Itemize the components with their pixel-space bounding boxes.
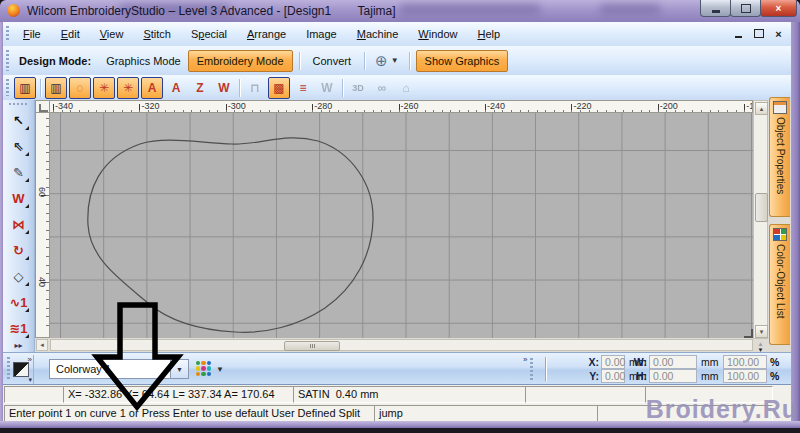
scroll-left-button[interactable]: ◂ (36, 339, 48, 351)
toolbar-overflow-icon[interactable]: ▾ (28, 376, 32, 384)
colorway-palette-button[interactable] (195, 360, 212, 377)
palette-color-dot (201, 366, 205, 370)
status-prompt: Enter point 1 on curve 1 or Press Enter … (4, 405, 380, 422)
menu-image[interactable]: Image (296, 25, 347, 43)
menu-view[interactable]: View (90, 25, 134, 43)
menu-help[interactable]: Help (467, 25, 510, 43)
chevron-right-icon[interactable]: » (28, 355, 32, 364)
colorway-select[interactable]: Colorway 1 ▼ (49, 359, 189, 379)
vertical-scroll-thumb[interactable] (755, 193, 768, 222)
zigzag-stitch-icon[interactable]: Z (189, 77, 211, 99)
maximize-button[interactable] (730, 0, 761, 17)
hoop-globe-button[interactable]: ⊕ ▼ (371, 50, 403, 72)
minimize-icon (712, 10, 720, 13)
wave-stitch-icon[interactable]: W (213, 77, 235, 99)
horizontal-scrollbar[interactable] (50, 339, 753, 351)
chevron-down-icon[interactable]: ▼ (216, 365, 224, 374)
pattern-fill-icon[interactable]: ▩ (268, 77, 290, 99)
toolbar-grip[interactable] (9, 103, 28, 105)
ruler-label: -300 (228, 101, 246, 111)
w-input[interactable]: 0.00 (649, 355, 697, 369)
window-title: Wilcom EmbroideryStudio – Level 3 Advanc… (27, 4, 396, 18)
w-unit: mm (697, 356, 723, 368)
tab-color-object-list[interactable]: Color-Object List (769, 224, 790, 345)
scroll-down-button[interactable]: ▾ (755, 325, 768, 338)
menu-window[interactable]: Window (408, 25, 467, 43)
menu-machine[interactable]: Machine (347, 25, 409, 43)
mdi-restore-button[interactable] (750, 26, 767, 41)
y-input[interactable]: 0.00 (601, 369, 625, 383)
closed-object-tool[interactable]: ⋈ (7, 211, 31, 237)
toolbar-grip[interactable] (530, 358, 533, 382)
mdi-close-button[interactable]: × (770, 26, 787, 41)
scale-w-input[interactable]: 100.00 (723, 355, 767, 369)
status-coordinates: X= -332.86 Y= 64.64 L= 337.34 A= 170.64 (63, 386, 299, 403)
graphics-mode-button[interactable]: Graphics Mode (99, 51, 188, 71)
ruler-origin-box[interactable] (35, 100, 50, 113)
input-a-icon[interactable]: ▥ (45, 77, 67, 99)
fan-stitch-2-icon[interactable]: ✳ (117, 77, 139, 99)
fan-stitch-icon[interactable]: ✳ (93, 77, 115, 99)
vertical-ruler: 6040 (35, 113, 50, 338)
design-mode-toolbar: Design Mode: Graphics Mode Embroidery Mo… (3, 46, 791, 76)
outline-a-icon[interactable]: A (165, 77, 187, 99)
menu-file[interactable]: File (13, 25, 51, 43)
colorway-value: Colorway 1 (56, 363, 111, 375)
minimize-button[interactable] (700, 0, 731, 17)
ruler-label: 60 (37, 187, 47, 197)
menu-special[interactable]: Special (181, 25, 237, 43)
vertical-scrollbar[interactable]: ▴ ▾ (753, 100, 768, 339)
tab-object-properties[interactable]: Object Properties (769, 97, 790, 217)
convert-button[interactable]: Convert (306, 51, 359, 71)
show-graphics-button[interactable]: Show Graphics (416, 50, 509, 72)
x-input[interactable]: 0.00 (601, 355, 625, 369)
design-canvas[interactable] (50, 113, 753, 338)
measure-tool[interactable]: ✎ (7, 159, 31, 185)
design-curve[interactable] (88, 138, 373, 332)
reshape-tool[interactable]: ⇖ (7, 133, 31, 159)
toolbar-grip[interactable] (6, 26, 9, 43)
wave-2-icon: W (316, 77, 338, 99)
chevron-right-icon[interactable]: » (523, 355, 527, 364)
close-button[interactable]: × (760, 0, 797, 17)
menu-items: FileEditViewStitchSpecialArrangeImageMac… (13, 25, 510, 43)
background-blur (600, 4, 660, 14)
menu-edit[interactable]: Edit (51, 25, 90, 43)
select-tool[interactable]: ↖ (7, 107, 31, 133)
tab-label: Object Properties (775, 117, 786, 194)
triple-run-tool[interactable]: ≋1 (7, 315, 31, 341)
scroll-up-button[interactable]: ▴ (755, 102, 768, 115)
input-c-icon[interactable]: ▥ (14, 77, 36, 99)
mdi-minimize-button[interactable] (730, 26, 747, 41)
separator (364, 52, 365, 70)
run-stitch-tool[interactable]: ∿1 (7, 289, 31, 315)
colorway-toolbar: » ▾ Colorway 1 ▼ ▼ » X: 0.00 mm W: 0.00 … (3, 352, 791, 385)
combobox-dropdown-icon[interactable]: ▼ (170, 360, 188, 378)
x-unit: mm (625, 356, 633, 368)
menu-stitch[interactable]: Stitch (133, 25, 181, 43)
horizontal-scroll-thumb[interactable] (284, 341, 340, 351)
embroidery-mode-button[interactable]: Embroidery Mode (188, 50, 293, 72)
menu-arrange[interactable]: Arrange (237, 25, 296, 43)
tool-palette: ↖⇖✎W⋈↻◇∿1≋1 ▸▸ (3, 100, 35, 352)
complex-fill-tool[interactable]: ◇ (7, 263, 31, 289)
lettering-tool[interactable]: W (7, 185, 31, 211)
toolbar-grip[interactable] (6, 50, 9, 70)
ruler-label: -320 (141, 101, 159, 111)
h-input[interactable]: 0.00 (649, 369, 697, 383)
line-stitch-icon[interactable]: ≡ (292, 77, 314, 99)
toolbar-grip[interactable] (6, 79, 9, 97)
color-object-list-icon (773, 228, 787, 241)
fill-a-icon[interactable]: A (141, 77, 163, 99)
background-color-icon[interactable] (13, 362, 29, 377)
toolbar-section-separator: » (522, 355, 532, 384)
h-label: H: (633, 370, 649, 382)
separator (299, 52, 300, 70)
scale-h-input[interactable]: 100.00 (723, 369, 767, 383)
toolbar-separator (342, 79, 343, 97)
palette-color-dot (207, 366, 211, 370)
circle-object-tool[interactable]: ↻ (7, 237, 31, 263)
toolbar-overflow-icon[interactable]: ▸▸ (14, 341, 22, 350)
motif-fill-icon[interactable]: ◌ (69, 77, 91, 99)
toolbar-grip[interactable] (7, 357, 10, 381)
